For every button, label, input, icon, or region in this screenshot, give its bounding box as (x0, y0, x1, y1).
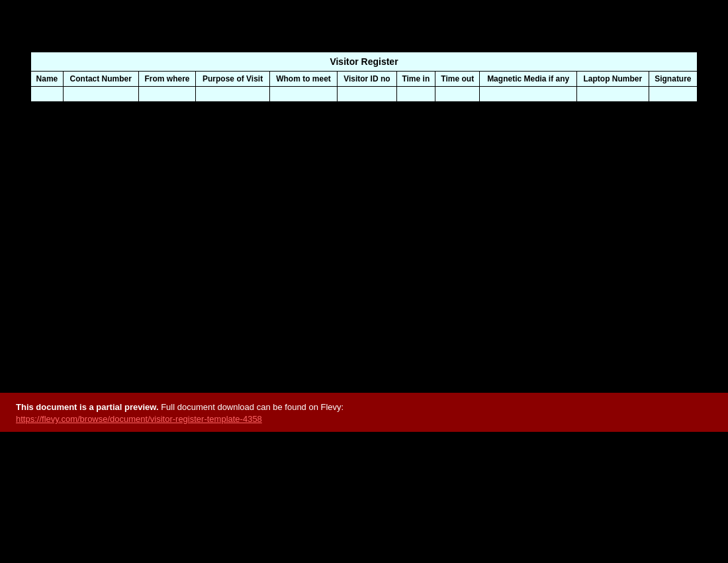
visitor-register-table: Visitor Register Name Contact Number Fro… (30, 52, 698, 102)
cell-time-out (435, 87, 480, 102)
col-visitor-id: Visitor ID no (338, 72, 396, 87)
table-row (31, 87, 698, 102)
footer-bar: This document is a partial preview. Full… (0, 393, 728, 432)
cell-time-in (396, 87, 435, 102)
col-purpose: Purpose of Visit (196, 72, 269, 87)
col-name: Name (31, 72, 64, 87)
cell-laptop (576, 87, 649, 102)
col-time-in: Time in (396, 72, 435, 87)
cell-magnetic-media (480, 87, 577, 102)
footer-link[interactable]: https://flevy.com/browse/document/visito… (16, 414, 712, 424)
cell-signature (649, 87, 697, 102)
col-laptop: Laptop Number (576, 72, 649, 87)
col-signature: Signature (649, 72, 697, 87)
col-contact: Contact Number (63, 72, 138, 87)
cell-whom (269, 87, 337, 102)
col-magnetic-media: Magnetic Media if any (480, 72, 577, 87)
footer-description: Full document download can be found on F… (159, 402, 344, 412)
cell-name (31, 87, 64, 102)
col-whom: Whom to meet (269, 72, 337, 87)
col-time-out: Time out (435, 72, 480, 87)
cell-purpose (196, 87, 269, 102)
cell-from-where (138, 87, 196, 102)
table-title: Visitor Register (31, 52, 698, 72)
footer-preview-text: This document is a partial preview. Full… (16, 402, 343, 412)
footer-bold-text: This document is a partial preview. (16, 402, 159, 412)
col-from-where: From where (138, 72, 196, 87)
cell-contact (63, 87, 138, 102)
cell-visitor-id (338, 87, 396, 102)
